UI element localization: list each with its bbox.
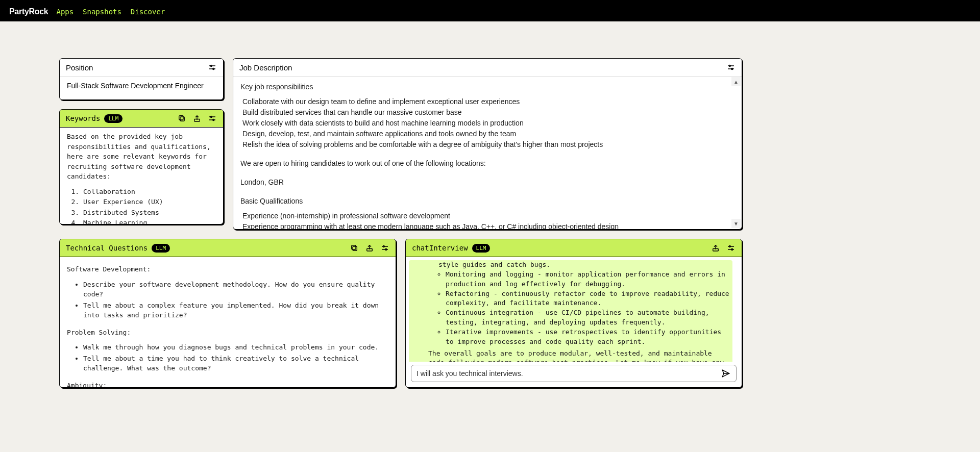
svg-point-2 [967,11,968,11]
techq-item: Tell me about a time you had to think cr… [83,354,388,373]
keywords-intro: Based on the provided key job responsibi… [67,132,216,182]
svg-rect-7 [180,117,184,121]
canvas: Position Full-Stack Software Development… [0,21,980,450]
jobdesc-h-basic: Basic Qualifications [240,196,730,207]
jobdesc-widget: Job Description ▲ ▼ Key job responsibili… [233,58,742,230]
keywords-title: Keywords [66,114,100,122]
chat-title: chatInterview [412,244,468,252]
settings-icon[interactable] [380,243,389,253]
techq-body: Software Development: Describe your soft… [60,257,396,387]
jobdesc-line: Design, develop, test, and maintain soft… [242,129,730,139]
share-icon[interactable] [192,114,202,123]
jobdesc-body[interactable]: Key job responsibilities Collaborate wit… [233,77,742,229]
chat-bullet: Iterative improvements - use retrospecti… [446,328,729,347]
llm-badge: LLM [152,244,170,253]
techq-section-heading: Problem Solving: [67,328,388,338]
keywords-header: Keywords LLM [60,110,223,128]
chat-bullet: Monitoring and logging - monitor applica… [446,270,729,289]
position-title: Position [66,63,93,72]
copy-icon[interactable] [350,243,359,253]
keywords-widget: Keywords LLM Based on the provided key j… [59,109,224,224]
svg-point-0 [963,8,970,15]
svg-rect-25 [713,249,719,252]
share-icon[interactable] [365,243,374,253]
settings-icon[interactable] [726,243,736,253]
settings-icon[interactable] [208,63,217,72]
svg-rect-19 [352,245,356,249]
techq-item: Tell me about a complex feature you impl… [83,300,388,320]
keywords-list: Collaboration User Experience (UX) Distr… [67,187,216,224]
chat-tail: The overall goals are to produce modular… [412,349,729,362]
techq-widget: Technical Questions LLM Software Develop… [59,239,396,388]
jobdesc-location: London, GBR [240,177,730,188]
jobdesc-title: Job Description [239,63,292,72]
svg-rect-18 [353,246,357,250]
settings-icon[interactable] [726,63,736,72]
scroll-up-icon[interactable]: ▲ [731,77,741,86]
chat-body: style guides and catch bugs. Monitoring … [406,257,742,362]
nav-apps[interactable]: Apps [56,8,74,16]
chat-widget: chatInterview LLM style guides and catch… [405,239,742,388]
chat-bullet: style guides and catch bugs. [438,260,729,270]
jobdesc-resp-list: Collaborate with our design team to defi… [242,96,730,150]
chat-bullet: Continuous integration - use CI/CD pipel… [446,308,729,328]
jobdesc-line: Experience (non-internship) in professio… [242,211,730,221]
jobdesc-line: Relish the idea of solving problems and … [242,139,730,150]
position-body: Full-Stack Software Development Engineer [60,77,223,98]
settings-icon[interactable] [208,114,217,123]
nav-snapshots[interactable]: Snapshots [83,8,121,16]
keyword-item: Distributed Systems [83,208,216,218]
jobdesc-line: Work closely with data scientists to bui… [242,118,730,129]
position-widget: Position Full-Stack Software Development… [59,58,224,100]
smile-icon[interactable] [962,7,971,16]
keywords-body: Based on the provided key job responsibi… [60,128,223,224]
chat-message: style guides and catch bugs. Monitoring … [409,260,732,362]
llm-badge: LLM [472,244,491,253]
techq-list: Describe your software development metho… [67,280,388,320]
jobdesc-header: Job Description [233,59,742,77]
scroll-down-icon[interactable]: ▼ [731,219,741,228]
techq-header: Technical Questions LLM [60,239,396,257]
jobdesc-basic-list: Experience (non-internship) in professio… [242,211,730,229]
send-icon[interactable] [721,368,731,379]
keyword-item: Collaboration [83,187,216,197]
techq-section-heading: Ambiguity: [67,381,388,388]
svg-rect-20 [367,249,373,252]
jobdesc-h-resp: Key job responsibilities [240,82,730,92]
jobdesc-line: Build distributed services that can hand… [242,107,730,118]
llm-badge: LLM [104,114,122,123]
techq-title: Technical Questions [66,244,148,252]
jobdesc-line: Collaborate with our design team to defi… [242,96,730,107]
top-nav: PartyRock Apps Snapshots Discover [0,0,980,21]
techq-item: Walk me through how you diagnose bugs an… [83,342,388,353]
chat-bullet-list: style guides and catch bugs. Monitoring … [412,260,729,347]
svg-point-1 [965,11,965,11]
chat-header: chatInterview LLM [406,239,742,257]
chat-bullet: Refactoring - continuously refactor code… [446,289,729,309]
jobdesc-loc-intro: We are open to hiring candidates to work… [240,158,730,169]
techq-item: Describe your software development metho… [83,280,388,299]
techq-list: Walk me through how you diagnose bugs an… [67,342,388,373]
keyword-item: Machine Learning [83,218,216,224]
svg-rect-8 [179,116,183,120]
keyword-item: User Experience (UX) [83,197,216,207]
brand-logo[interactable]: PartyRock [9,7,48,16]
position-value: Full-Stack Software Development Engineer [67,82,216,90]
copy-icon[interactable] [177,114,186,123]
chat-input[interactable] [416,369,717,378]
jobdesc-line: Experience programming with at least one… [242,221,730,229]
share-icon[interactable] [711,243,720,253]
chat-input-row [411,365,737,382]
nav-discover[interactable]: Discover [131,8,165,16]
techq-section-heading: Software Development: [67,264,388,274]
position-header: Position [60,59,223,77]
